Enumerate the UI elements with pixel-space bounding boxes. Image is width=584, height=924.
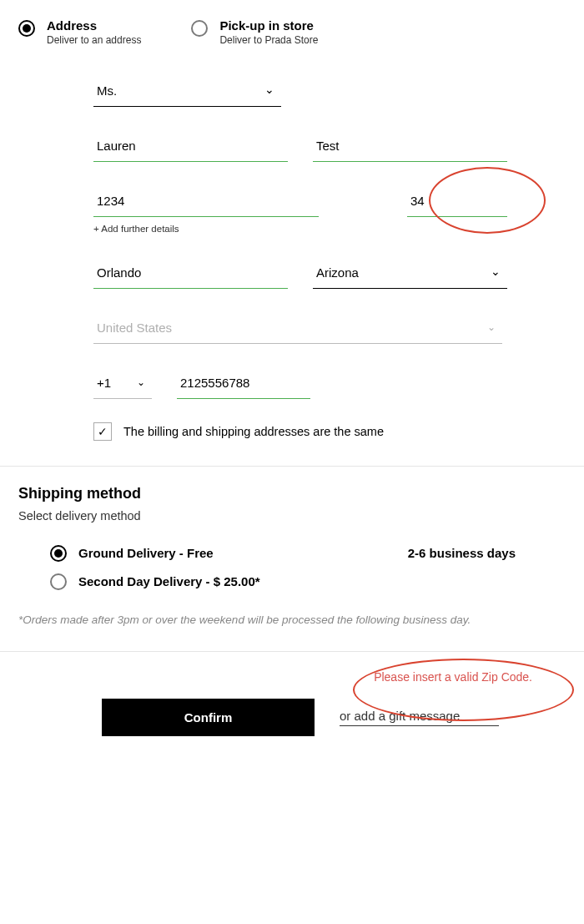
radio-icon xyxy=(18,20,35,37)
last-name-field[interactable] xyxy=(313,130,507,162)
delivery-option-title: Pick-up in store xyxy=(219,18,318,33)
delivery-option-subtitle: Deliver to an address xyxy=(47,34,141,46)
delivery-option-subtitle: Deliver to Prada Store xyxy=(219,34,318,46)
confirm-button[interactable]: Confirm xyxy=(102,699,315,736)
phone-cc-field[interactable] xyxy=(93,367,152,399)
delivery-option-address[interactable]: Address Deliver to an address xyxy=(18,18,141,46)
add-details-link[interactable]: + Add further details xyxy=(93,224,507,234)
shipping-option-label: Ground Delivery - Free xyxy=(78,546,408,560)
phone-field[interactable] xyxy=(177,367,310,399)
first-name-field[interactable] xyxy=(93,130,288,162)
shipping-option-eta: 2-6 business days xyxy=(408,546,516,560)
phone-country-code-select[interactable]: ⌄ xyxy=(93,367,152,399)
shipping-option-ground[interactable]: Ground Delivery - Free 2-6 business days xyxy=(50,543,566,562)
street-number-field[interactable] xyxy=(407,185,507,217)
radio-icon xyxy=(191,20,208,37)
delivery-options: Address Deliver to an address Pick-up in… xyxy=(18,18,566,46)
same-billing-label: The billing and shipping addresses are t… xyxy=(123,425,384,438)
delivery-option-title: Address xyxy=(47,18,141,33)
country-field[interactable] xyxy=(93,312,502,344)
shipping-option-label: Second Day Delivery - $ 25.00* xyxy=(78,574,566,588)
title-select[interactable]: ⌄ xyxy=(93,75,281,107)
gift-message-link[interactable]: or add a gift message xyxy=(340,709,499,726)
address-form: ⌄ + Add further details xyxy=(18,75,566,441)
shipping-note: *Orders made after 3pm or over the weeke… xyxy=(18,613,566,626)
shipping-option-second-day[interactable]: Second Day Delivery - $ 25.00* xyxy=(50,572,566,590)
radio-icon xyxy=(50,545,67,562)
state-field[interactable] xyxy=(313,257,507,289)
radio-icon xyxy=(50,573,67,590)
street-field[interactable] xyxy=(93,185,319,217)
country-select[interactable]: ⌄ xyxy=(93,312,502,344)
shipping-method-subheading: Select delivery method xyxy=(18,509,566,523)
state-select[interactable]: ⌄ xyxy=(313,257,507,289)
error-message: Please insert a valid Zip Code. xyxy=(18,670,566,684)
checkbox-icon: ✓ xyxy=(93,422,112,441)
city-field[interactable] xyxy=(93,257,288,289)
title-field[interactable] xyxy=(93,75,281,107)
same-billing-checkbox[interactable]: ✓ The billing and shipping addresses are… xyxy=(93,422,507,441)
delivery-option-pickup[interactable]: Pick-up in store Deliver to Prada Store xyxy=(191,18,318,46)
shipping-method-heading: Shipping method xyxy=(18,485,566,502)
